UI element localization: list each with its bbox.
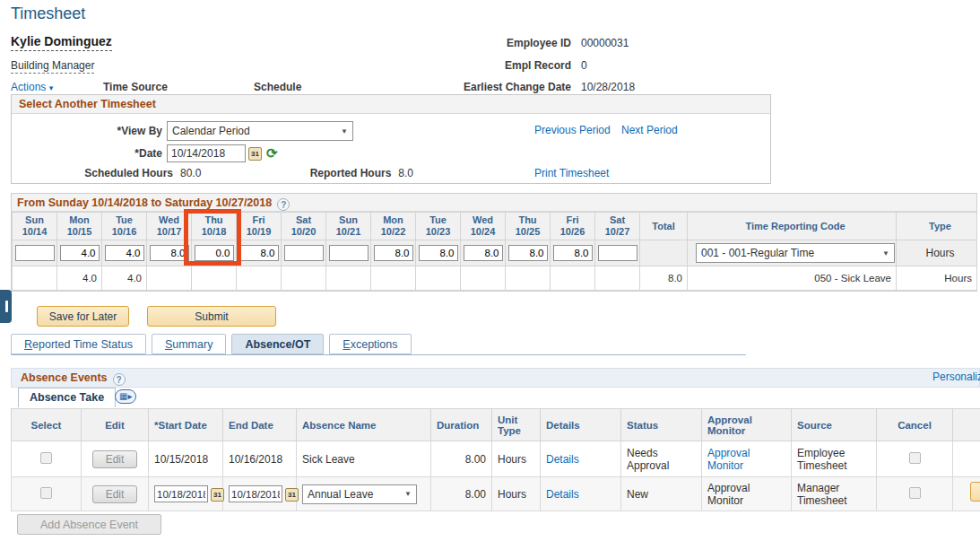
show-all-columns-icon[interactable]: ▦▸ <box>115 389 136 404</box>
print-timesheet-link[interactable]: Print Timesheet <box>534 167 609 179</box>
day-column-header: Tue10/23 <box>416 213 461 240</box>
trc-column-header: Time Reporting Code <box>688 213 897 240</box>
total-cell <box>640 240 688 266</box>
view-by-select[interactable]: Calendar Period▼ <box>167 121 353 141</box>
view-by-label: *View By <box>12 125 162 137</box>
col-approval-monitor: Approval Monitor <box>702 409 792 441</box>
tab-divider <box>11 354 746 355</box>
page-title: Timesheet <box>11 4 85 23</box>
scheduled-hours-value: 80.0 <box>180 167 201 179</box>
absence-name-select[interactable]: Annual Leave▼ <box>302 484 417 504</box>
help-icon[interactable]: ? <box>277 198 290 211</box>
hours-input[interactable] <box>598 245 637 261</box>
day-column-header: Sun10/21 <box>326 213 371 240</box>
col-edit: Edit <box>82 409 149 441</box>
hours-cell <box>595 266 640 291</box>
hours-cell <box>147 266 192 291</box>
day-column-header: Tue10/16 <box>102 213 147 240</box>
calendar-icon[interactable]: 31 <box>211 488 224 502</box>
day-column-header: Mon10/22 <box>371 213 416 240</box>
grid-period-title: From Sunday 10/14/2018 to Saturday 10/27… <box>12 194 976 212</box>
end-date-input[interactable] <box>229 485 282 502</box>
absence-take-tab[interactable]: Absence Take <box>18 388 116 407</box>
details-link[interactable]: Details <box>546 453 579 466</box>
select-another-timesheet-title: Select Another Timesheet <box>12 95 770 114</box>
hours-cell <box>13 266 57 291</box>
timesheet-grid: From Sunday 10/14/2018 to Saturday 10/27… <box>11 193 977 292</box>
save-for-later-button[interactable]: Save for Later <box>37 306 129 327</box>
absence-name-value: Sick Leave <box>297 441 431 477</box>
day-column-header: Fri10/26 <box>551 213 595 240</box>
cancel-checkbox[interactable] <box>909 487 921 499</box>
col-extra <box>953 409 980 441</box>
unit-type-value: Hours <box>492 477 541 511</box>
col-status: Status <box>621 409 702 441</box>
end-date-value: 10/16/2018 <box>223 441 297 477</box>
day-column-header: Thu10/25 <box>506 213 551 240</box>
submit-button[interactable]: Submit <box>147 306 276 327</box>
absence-events-table: Select Edit *Start Date End Date Absence… <box>11 408 980 511</box>
hours-input[interactable] <box>329 245 369 261</box>
reported-hours-value: 8.0 <box>398 167 413 179</box>
select-checkbox[interactable] <box>40 452 52 464</box>
date-input[interactable] <box>167 144 246 162</box>
calendar-icon[interactable]: 31 <box>248 147 262 161</box>
actions-menu[interactable]: Actions ▾ <box>11 81 53 95</box>
day-column-header: Sun10/14 <box>13 213 57 240</box>
hours-input[interactable] <box>374 245 413 261</box>
hours-input[interactable] <box>419 245 458 261</box>
handle-grip-icon <box>5 301 8 312</box>
edit-button[interactable]: Edit <box>92 450 138 468</box>
chevron-down-icon: ▼ <box>404 490 412 498</box>
hours-input[interactable] <box>239 245 279 261</box>
absence-row: Edit 10/15/2018 10/16/2018 Sick Leave 8.… <box>12 441 980 477</box>
add-absence-event-button[interactable]: Add Absence Event <box>17 514 161 535</box>
tab-reported-time-status[interactable]: Reported Time Status <box>11 334 146 354</box>
reported-hours-label: Reported Hours <box>201 167 391 179</box>
day-column-header: Sat10/27 <box>595 213 640 240</box>
hours-input[interactable] <box>60 245 100 261</box>
edit-button[interactable]: Edit <box>92 485 138 503</box>
hours-input[interactable] <box>150 245 189 261</box>
hours-cell <box>461 266 506 291</box>
status-value: New <box>621 477 702 511</box>
calendar-icon[interactable]: 31 <box>285 488 299 502</box>
chevron-down-icon: ▼ <box>341 127 348 135</box>
source-value: Employee Timesheet <box>792 441 877 477</box>
hours-cell: 4.0 <box>102 266 147 291</box>
approval-monitor-link[interactable]: Approval Monitor <box>707 447 750 472</box>
time-source-label: Time Source <box>103 81 168 93</box>
hours-cell <box>506 266 551 291</box>
hours-input[interactable] <box>508 245 548 261</box>
select-checkbox[interactable] <box>40 487 52 499</box>
time-reporting-code-select[interactable]: 001 - 001-Regular Time▼ <box>696 243 895 263</box>
scheduled-hours-label: Scheduled Hours <box>12 167 173 179</box>
help-icon[interactable]: ? <box>113 373 126 386</box>
refresh-icon[interactable]: ⟳ <box>266 145 278 161</box>
hours-input[interactable] <box>464 245 503 261</box>
employee-id-value: 00000031 <box>581 37 629 49</box>
details-link[interactable]: Details <box>546 488 579 501</box>
tab-absence-ot[interactable]: Absence/OT <box>231 334 324 354</box>
cancel-checkbox[interactable] <box>909 452 921 464</box>
source-value: Manager Timesheet <box>792 477 877 511</box>
employee-name-link[interactable]: Kylie Dominguez <box>11 34 112 51</box>
tab-summary[interactable]: Summary <box>152 334 227 354</box>
next-period-link[interactable]: Next Period <box>621 124 678 136</box>
employee-job-link[interactable]: Building Manager <box>11 59 94 74</box>
hours-input[interactable] <box>553 245 593 261</box>
previous-period-link[interactable]: Previous Period <box>534 124 611 136</box>
row-action-button-cutoff[interactable] <box>970 482 980 502</box>
hours-cell <box>371 266 416 291</box>
select-another-timesheet-panel: Select Another Timesheet *View By Calend… <box>11 94 771 184</box>
hours-input[interactable] <box>15 245 55 261</box>
start-date-input[interactable] <box>154 485 208 502</box>
personalize-link[interactable]: Personalize <box>932 371 980 383</box>
tab-exceptions[interactable]: Exceptions <box>329 334 411 354</box>
hours-input-highlighted[interactable] <box>195 245 234 261</box>
day-column-header: Wed10/17 <box>147 213 192 240</box>
type-cell: Hours <box>897 240 977 266</box>
panel-collapse-handle[interactable] <box>0 290 12 323</box>
hours-input[interactable] <box>105 245 144 261</box>
hours-input[interactable] <box>284 245 324 261</box>
